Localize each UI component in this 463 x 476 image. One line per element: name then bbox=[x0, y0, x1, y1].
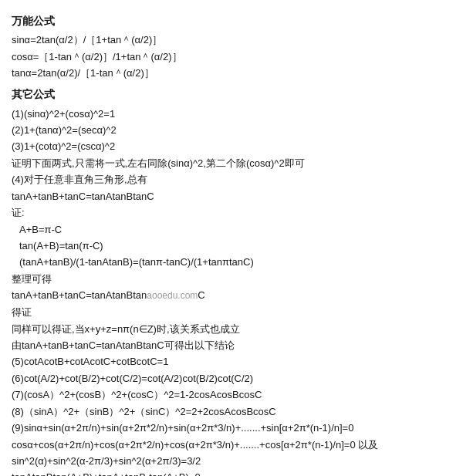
formula-9c: sin^2(α)+sin^2(α-2π/3)+sin^2(α+2π/3)=3/2 bbox=[12, 453, 451, 469]
formula-9a: (9)sinα+sin(α+2π/n)+sin(α+2π*2/n)+sin(α+… bbox=[12, 420, 451, 436]
proof-done: 得证 bbox=[12, 304, 451, 320]
section-title-qita: 其它公式 bbox=[12, 86, 451, 103]
section-qita: 其它公式 (1)(sinα)^2+(cosα)^2=1 (2)1+(tanα)^… bbox=[12, 86, 451, 476]
formula-4-title: (4)对于任意非直角三角形,总有 bbox=[12, 171, 451, 187]
proof-step1: A+B=π-C bbox=[19, 221, 451, 238]
formula-tana: tanα=2tan(α/2)/［1-tan＾(α/2)］ bbox=[12, 65, 451, 81]
formula-last: tanAtanBtan(A+B)+tanA+tanB-tan(A+B)=0 bbox=[12, 469, 451, 476]
formula-7: (7)(cosA）^2+(cosB）^2+(cosC）^2=1-2cosAcos… bbox=[12, 387, 451, 403]
proof-step2: tan(A+B)=tan(π-C) bbox=[19, 238, 451, 254]
formula-8: (8)（sinA）^2+（sinB）^2+（sinC）^2=2+2cosAcos… bbox=[12, 403, 451, 420]
proof-label: 证: bbox=[12, 204, 451, 221]
proof-arrange: 整理可得 bbox=[12, 271, 451, 287]
formula-4-result: tanA+tanB+tanC=tanAtanBtanaooedu.comC bbox=[12, 287, 451, 304]
main-content: 万能公式 sinα=2tan(α/2）/［1+tan＾(α/2)］ cosα=［… bbox=[12, 12, 451, 476]
formula-sina: sinα=2tan(α/2）/［1+tan＾(α/2)］ bbox=[12, 32, 451, 48]
formula-2: (2)1+(tanα)^2=(secα)^2 bbox=[12, 122, 451, 138]
watermark: aooedu.com bbox=[147, 290, 198, 301]
formula-6: (6)cot(A/2)+cot(B/2)+cot(C/2)=cot(A/2)co… bbox=[12, 370, 451, 387]
formula-3: (3)1+(cotα)^2=(cscα)^2 bbox=[12, 138, 451, 154]
formula-1: (1)(sinα)^2+(cosα)^2=1 bbox=[12, 106, 451, 122]
formula-9b: cosα+cos(α+2π/n)+cos(α+2π*2/n)+cos(α+2π*… bbox=[12, 437, 451, 453]
proof-step3: (tanA+tanB)/(1-tanAtanB)=(tanπ-tanC)/(1+… bbox=[19, 254, 451, 270]
section-wandeng: 万能公式 sinα=2tan(α/2）/［1+tan＾(α/2)］ cosα=［… bbox=[12, 12, 451, 81]
formula-note3: 由tanA+tanB+tanC=tanAtanBtanC可得出以下结论 bbox=[12, 337, 451, 353]
formula-4: tanA+tanB+tanC=tanAtanBtanC bbox=[12, 188, 451, 204]
formula-5: (5)cotAcotB+cotAcotC+cotBcotC=1 bbox=[12, 353, 451, 370]
formula-note2: 同样可以得证,当x+y+z=nπ(n∈Z)时,该关系式也成立 bbox=[12, 321, 451, 337]
section-title-wandeng: 万能公式 bbox=[12, 12, 451, 30]
formula-note: 证明下面两式,只需将一式,左右同除(sinα)^2,第二个除(cosα)^2即可 bbox=[12, 155, 451, 171]
formula-cosa: cosα=［1-tan＾(α/2)］/1+tan＾(α/2)］ bbox=[12, 49, 451, 65]
